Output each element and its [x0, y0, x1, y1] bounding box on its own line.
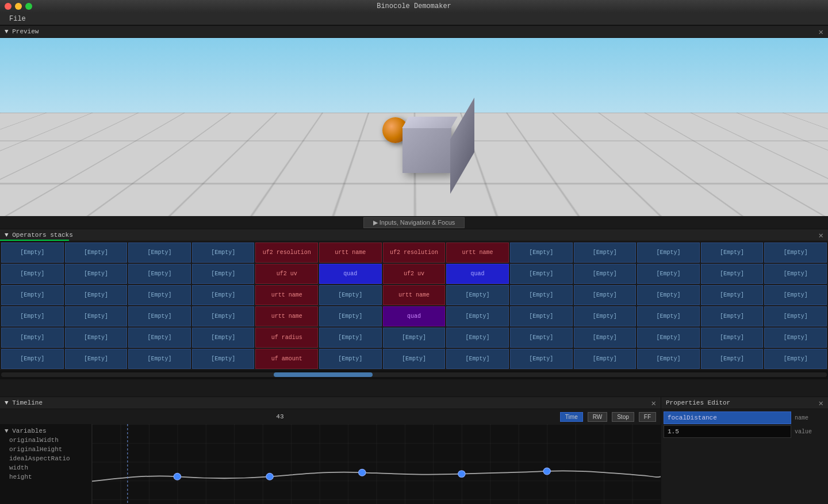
operator-cell-57[interactable]: [Empty] — [319, 328, 382, 348]
operator-cell-16[interactable]: [Empty] — [192, 264, 255, 284]
variable-item[interactable]: width — [0, 463, 91, 472]
operator-cell-74[interactable]: [Empty] — [574, 349, 637, 369]
operator-cell-70[interactable]: [Empty] — [319, 349, 382, 369]
operator-cell-46[interactable]: [Empty] — [446, 306, 509, 326]
operator-cell-29[interactable]: [Empty] — [192, 285, 255, 305]
operator-cell-4[interactable]: uf2 resolution — [255, 243, 318, 263]
operator-cell-13[interactable]: [Empty] — [1, 264, 64, 284]
operator-cell-34[interactable]: [Empty] — [510, 285, 573, 305]
operator-cell-21[interactable]: [Empty] — [510, 264, 573, 284]
menu-file[interactable]: File — [5, 14, 30, 24]
operator-cell-26[interactable]: [Empty] — [1, 285, 64, 305]
operator-cell-44[interactable]: [Empty] — [319, 306, 382, 326]
operator-cell-20[interactable]: quad — [446, 264, 509, 284]
operator-cell-66[interactable]: [Empty] — [65, 349, 128, 369]
timeline-close-button[interactable]: ✕ — [651, 398, 656, 408]
focal-distance-field[interactable]: focalDistance — [664, 411, 791, 424]
minimize-window-button[interactable] — [15, 3, 22, 10]
stop-button[interactable]: Stop — [612, 412, 634, 422]
operator-cell-19[interactable]: uf2 uv — [383, 264, 446, 284]
operator-cell-8[interactable]: [Empty] — [510, 243, 573, 263]
properties-close-button[interactable]: ✕ — [819, 398, 823, 408]
operator-cell-40[interactable]: [Empty] — [65, 306, 128, 326]
operators-scrollbar[interactable] — [0, 370, 828, 379]
operator-cell-27[interactable]: [Empty] — [65, 285, 128, 305]
operator-cell-25[interactable]: [Empty] — [764, 264, 827, 284]
operator-cell-56[interactable]: uf radius — [255, 328, 318, 348]
operator-cell-3[interactable]: [Empty] — [192, 243, 255, 263]
operators-close-button[interactable]: ✕ — [819, 230, 823, 240]
navigation-button[interactable]: ▶ Inputs, Navigation & Focus — [363, 217, 465, 228]
variable-item[interactable]: height — [0, 472, 91, 482]
variable-item[interactable]: originalWidth — [0, 436, 91, 445]
operator-cell-37[interactable]: [Empty] — [701, 285, 764, 305]
rw-button[interactable]: RW — [588, 412, 607, 422]
operator-cell-0[interactable]: [Empty] — [1, 243, 64, 263]
operator-cell-77[interactable]: [Empty] — [764, 349, 827, 369]
operator-cell-76[interactable]: [Empty] — [701, 349, 764, 369]
operator-cell-71[interactable]: [Empty] — [383, 349, 446, 369]
operator-cell-28[interactable]: [Empty] — [128, 285, 191, 305]
operator-cell-31[interactable]: [Empty] — [319, 285, 382, 305]
variable-item[interactable]: idealAspectRatio — [0, 454, 91, 463]
operator-cell-36[interactable]: [Empty] — [637, 285, 700, 305]
operator-cell-22[interactable]: [Empty] — [574, 264, 637, 284]
operator-cell-39[interactable]: [Empty] — [1, 306, 64, 326]
operator-cell-10[interactable]: [Empty] — [637, 243, 700, 263]
operator-cell-51[interactable]: [Empty] — [764, 306, 827, 326]
operator-cell-1[interactable]: [Empty] — [65, 243, 128, 263]
preview-close-button[interactable]: ✕ — [819, 27, 823, 37]
operator-cell-68[interactable]: [Empty] — [192, 349, 255, 369]
operator-cell-72[interactable]: [Empty] — [446, 349, 509, 369]
operator-cell-14[interactable]: [Empty] — [65, 264, 128, 284]
operator-cell-2[interactable]: [Empty] — [128, 243, 191, 263]
operator-cell-63[interactable]: [Empty] — [701, 328, 764, 348]
operator-cell-7[interactable]: urtt name — [446, 243, 509, 263]
operator-cell-32[interactable]: urtt name — [383, 285, 446, 305]
operator-cell-41[interactable]: [Empty] — [128, 306, 191, 326]
operator-cell-24[interactable]: [Empty] — [701, 264, 764, 284]
operator-cell-45[interactable]: quad — [383, 306, 446, 326]
operator-cell-42[interactable]: [Empty] — [192, 306, 255, 326]
operator-cell-69[interactable]: uf amount — [255, 349, 318, 369]
operator-cell-52[interactable]: [Empty] — [1, 328, 64, 348]
focal-distance-value[interactable]: 1.5 — [664, 425, 791, 438]
operator-cell-67[interactable]: [Empty] — [128, 349, 191, 369]
operator-cell-6[interactable]: uf2 resolution — [383, 243, 446, 263]
operator-cell-59[interactable]: [Empty] — [446, 328, 509, 348]
operator-cell-55[interactable]: [Empty] — [192, 328, 255, 348]
operator-cell-60[interactable]: [Empty] — [510, 328, 573, 348]
operator-cell-49[interactable]: [Empty] — [637, 306, 700, 326]
operator-cell-54[interactable]: [Empty] — [128, 328, 191, 348]
time-button[interactable]: Time — [560, 412, 583, 422]
operator-cell-48[interactable]: [Empty] — [574, 306, 637, 326]
operator-cell-18[interactable]: quad — [319, 264, 382, 284]
operator-cell-9[interactable]: [Empty] — [574, 243, 637, 263]
operator-cell-33[interactable]: [Empty] — [446, 285, 509, 305]
operator-cell-53[interactable]: [Empty] — [65, 328, 128, 348]
operator-cell-64[interactable]: [Empty] — [764, 328, 827, 348]
operator-cell-61[interactable]: [Empty] — [574, 328, 637, 348]
operator-cell-58[interactable]: [Empty] — [383, 328, 446, 348]
operator-cell-17[interactable]: uf2 uv — [255, 264, 318, 284]
operator-cell-30[interactable]: urtt name — [255, 285, 318, 305]
operator-cell-50[interactable]: [Empty] — [701, 306, 764, 326]
maximize-window-button[interactable] — [25, 3, 32, 10]
operator-cell-43[interactable]: urtt name — [255, 306, 318, 326]
operator-cell-5[interactable]: urtt name — [319, 243, 382, 263]
operator-cell-35[interactable]: [Empty] — [574, 285, 637, 305]
operator-cell-38[interactable]: [Empty] — [764, 285, 827, 305]
operator-cell-73[interactable]: [Empty] — [510, 349, 573, 369]
operator-cell-15[interactable]: [Empty] — [128, 264, 191, 284]
operator-cell-62[interactable]: [Empty] — [637, 328, 700, 348]
operator-cell-47[interactable]: [Empty] — [510, 306, 573, 326]
operator-cell-11[interactable]: [Empty] — [701, 243, 764, 263]
operator-cell-75[interactable]: [Empty] — [637, 349, 700, 369]
operator-cell-23[interactable]: [Empty] — [637, 264, 700, 284]
variable-item[interactable]: originalHeight — [0, 445, 91, 454]
curve-editor[interactable] — [92, 424, 661, 504]
operator-cell-65[interactable]: [Empty] — [1, 349, 64, 369]
ff-button[interactable]: FF — [639, 412, 656, 422]
close-window-button[interactable] — [5, 3, 12, 10]
operator-cell-12[interactable]: [Empty] — [764, 243, 827, 263]
